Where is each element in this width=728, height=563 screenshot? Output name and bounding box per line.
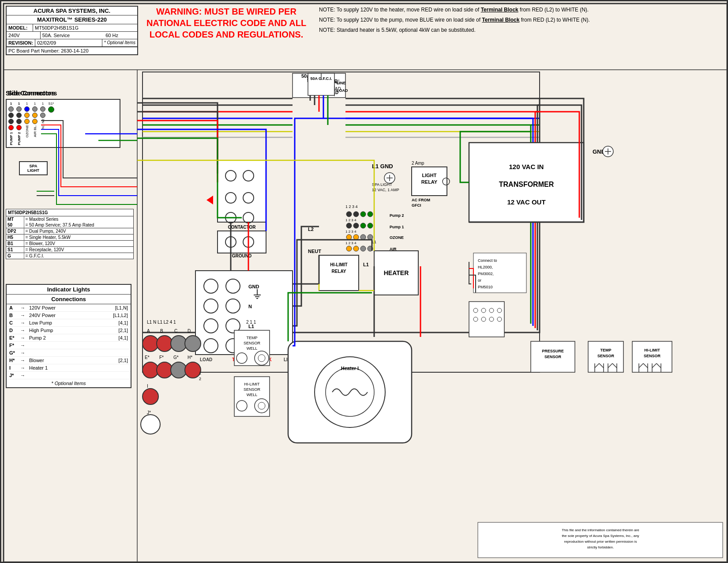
svg-text:HI-LIMIT: HI-LIMIT [644,348,660,352]
svg-text:L2: L2 [248,344,254,349]
svg-point-60 [443,178,450,185]
svg-text:L1 N  L1 L2  4  1: L1 N L1 L2 4 1 [147,320,176,325]
svg-line-178 [643,363,648,368]
svg-text:RELAY: RELAY [421,179,438,185]
svg-point-74 [346,234,352,240]
svg-point-33 [226,279,240,293]
svg-point-80 [346,246,352,251]
svg-rect-88 [469,143,584,222]
wiring-diagram: 50A G.F.C.I. LINE ↓ LOAD 50A G.F.C.I. LI… [1,1,728,563]
svg-rect-173 [632,341,672,372]
svg-text:LIGHT: LIGHT [422,173,437,178]
svg-point-21 [225,212,236,223]
svg-text:J*: J* [147,410,151,415]
info-box: ACURA SPA SYSTEMS, INC. MAXITROL™ SERIES… [6,6,138,55]
ind-row-j: J*→ [7,372,131,379]
main-container: ACURA SPA SYSTEMS, INC. MAXITROL™ SERIES… [0,0,728,563]
svg-point-152 [481,308,486,313]
svg-text:SPA LIGHT: SPA LIGHT [372,182,392,187]
svg-text:↓: ↓ [309,91,311,96]
svg-text:L1: L1 [363,262,369,267]
svg-rect-96 [319,255,359,291]
svg-point-66 [360,212,366,217]
note1: NOTE: To supply 120V to the heater, move… [319,6,722,14]
side-connectors-section: Side Connectors 1 PUMP 1 1 [6,90,125,175]
svg-point-34 [226,299,240,313]
svg-text:LOAD: LOAD [313,91,325,96]
svg-text:F*: F* [159,355,164,360]
svg-text:SENSOR: SENSOR [244,387,261,392]
svg-rect-3 [293,73,345,98]
indicator-subtitle: Connections [7,295,131,304]
svg-text:PRESSURE: PRESSURE [542,349,564,353]
svg-point-83 [368,246,373,251]
svg-rect-16 [218,160,266,222]
svg-point-127 [143,389,158,404]
svg-text:LOAD: LOAD [200,357,212,362]
svg-text:E*: E* [145,355,150,360]
svg-point-32 [204,339,218,353]
svg-line-182 [657,363,661,368]
frequency: 60 Hz [104,32,137,39]
svg-text:CONTACTOR: CONTACTOR [228,225,256,230]
svg-point-145 [258,402,265,409]
svg-point-122 [143,362,158,378]
svg-point-137 [255,351,269,365]
spa-light-box: SPALIGHT [19,161,48,175]
svg-text:RELAY: RELAY [332,269,346,274]
svg-point-147 [315,357,385,427]
revision-label: REVISION: [7,39,35,46]
svg-text:LOAD: LOAD [337,88,348,93]
svg-text:50A G.F.C.I.: 50A G.F.C.I. [301,73,328,79]
svg-text:12 VAC OUT: 12 VAC OUT [507,198,545,206]
note3: NOTE: Standard heater is 5.5kW, optional… [319,26,722,34]
svg-point-136 [236,353,247,363]
svg-text:1  2  3  4: 1 2 3 4 [345,230,356,234]
svg-text:GND: GND [593,148,605,155]
svg-point-129 [141,415,160,434]
svg-text:TEMP: TEMP [246,336,257,340]
svg-text:50A G.F.C.I.: 50A G.F.C.I. [307,75,331,79]
svg-point-67 [368,212,373,217]
svg-point-64 [346,212,352,217]
svg-text:H*: H* [188,355,192,360]
svg-text:L2: L2 [308,227,314,232]
svg-text:SENSOR: SENSOR [597,354,615,358]
svg-text:WELL: WELL [247,346,258,351]
ind-row-d: D→High Pump[2,1] [7,327,131,334]
svg-point-20 [243,193,254,203]
svg-point-156 [481,317,486,321]
svg-point-148 [326,368,374,416]
svg-text:1: 1 [199,371,201,375]
svg-text:1  2  3  4: 1 2 3 4 [345,241,356,245]
side-connectors-label: Side Connectors [8,90,57,97]
svg-text:120 VAC IN: 120 VAC IN [509,163,544,170]
svg-point-25 [225,237,236,247]
warning-box: WARNING: MUST BE WIRED PER NATIONAL ELEC… [143,6,310,40]
svg-point-157 [489,317,494,321]
svg-rect-159 [531,341,575,372]
svg-point-36 [226,339,240,353]
svg-text:Pump 2: Pump 2 [390,213,404,218]
svg-point-114 [143,336,158,351]
svg-rect-57 [412,167,447,196]
svg-point-75 [353,234,359,240]
svg-point-117 [185,336,201,351]
svg-point-82 [360,246,366,251]
svg-text:LOAD: LOAD [329,87,341,91]
ind-row-e: E*→Pump 2[4,1] [7,334,131,342]
svg-point-124 [171,362,187,378]
svg-text:TRANSFORMER: TRANSFORMER [499,181,554,188]
notes-box: NOTE: To supply 120V to the heater, move… [319,6,722,37]
svg-text:G*: G* [173,355,179,360]
svg-text:HI-LIMIT: HI-LIMIT [244,382,260,386]
svg-text:1  2  3  4: 1 2 3 4 [345,218,356,222]
svg-point-71 [360,223,366,228]
indicator-title: Indicator Lights [7,285,131,295]
svg-rect-102 [473,253,526,293]
svg-rect-146 [288,341,412,443]
svg-rect-0 [4,4,727,562]
svg-rect-139 [234,377,270,416]
svg-text:OZONE: OZONE [390,235,404,240]
svg-text:LOAD: LOAD [326,90,338,95]
